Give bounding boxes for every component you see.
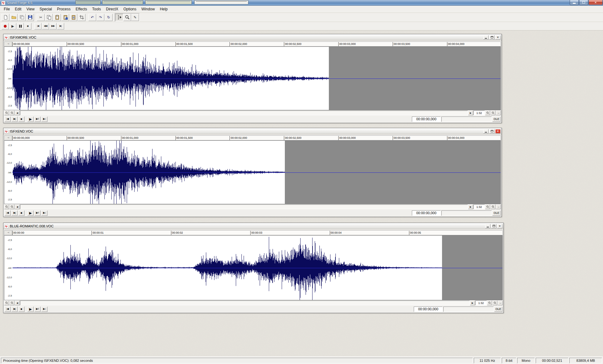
play-button[interactable]: ▶: [27, 307, 34, 312]
app-titlebar[interactable]: Sound Forge 4.5 ✕: [0, 0, 603, 6]
ole-drag-source[interactable]: OLE: [494, 307, 502, 312]
background-window-fragment[interactable]: [102, 0, 143, 4]
stop-button[interactable]: ■: [18, 117, 25, 122]
stop-button[interactable]: ■: [24, 23, 31, 30]
horizontal-scrollbar[interactable]: [20, 204, 468, 209]
scroll-left-button[interactable]: ◀: [15, 111, 20, 115]
time-ruler[interactable]: 00:00:00,00000:00:00,50000:00:01,00000:0…: [12, 41, 501, 46]
go-end-button[interactable]: ▶|: [11, 117, 18, 122]
horizontal-scrollbar[interactable]: [20, 111, 468, 115]
waveform-display[interactable]: [13, 236, 502, 300]
zoom-selection-button[interactable]: [4, 301, 9, 305]
menu-window[interactable]: Window: [139, 6, 158, 12]
zoom-out-button[interactable]: [485, 204, 490, 209]
scroll-right-button[interactable]: ▶: [470, 301, 475, 305]
magnify-tool-button[interactable]: [123, 14, 131, 21]
splitter-button[interactable]: ↔: [496, 204, 501, 209]
maximize-button[interactable]: [579, 0, 588, 5]
document-maximize-button[interactable]: [489, 35, 495, 40]
time-ruler[interactable]: 00:00:0000:00:0100:00:0200:00:0300:00:04…: [12, 230, 503, 235]
document-close-button[interactable]: ✕: [495, 35, 501, 40]
new-file-button[interactable]: [2, 14, 9, 21]
document-titlebar[interactable]: ISFXMORE.VOC✕: [3, 34, 501, 41]
menu-special[interactable]: Special: [37, 6, 54, 12]
document-titlebar[interactable]: ISFXEND.VOC✕: [3, 128, 501, 134]
redo-button[interactable]: ↷: [97, 14, 104, 21]
save-workspace-button[interactable]: [18, 14, 26, 21]
ole-drag-source[interactable]: OLE: [492, 210, 501, 216]
play-button[interactable]: ▶: [27, 117, 34, 122]
zoom-in-button[interactable]: [490, 204, 495, 209]
horizontal-scrollbar[interactable]: [20, 301, 470, 305]
play-button[interactable]: ▶: [9, 23, 16, 30]
cut-button[interactable]: ✂: [37, 14, 45, 21]
edit-tool-button[interactable]: [115, 14, 123, 21]
menu-view[interactable]: View: [24, 6, 37, 12]
open-folder-button[interactable]: [10, 14, 18, 21]
scroll-left-button[interactable]: ◀: [15, 204, 20, 209]
record-button[interactable]: [2, 23, 9, 30]
ole-drag-source[interactable]: OLE: [492, 117, 501, 122]
play-all-button[interactable]: ▶≡: [34, 307, 41, 312]
play-button[interactable]: ▶: [27, 210, 34, 216]
zoom-normal-button[interactable]: [9, 301, 14, 305]
zoom-in-button[interactable]: [490, 111, 495, 115]
rewind-button[interactable]: ◀◀: [42, 23, 49, 30]
stop-button[interactable]: ■: [18, 210, 25, 216]
play-all-button[interactable]: ▶≡: [34, 210, 41, 216]
menu-tools[interactable]: Tools: [90, 6, 103, 12]
save-file-button[interactable]: [26, 14, 34, 21]
go-end-button[interactable]: ▶|: [57, 23, 64, 30]
go-end-button[interactable]: ▶|: [11, 307, 18, 312]
zoom-normal-button[interactable]: [9, 111, 14, 115]
zoom-selection-button[interactable]: [4, 111, 9, 115]
undo-button[interactable]: ↶: [88, 14, 96, 21]
go-start-button[interactable]: |◀: [4, 307, 11, 312]
play-device-button[interactable]: ▶♪: [41, 210, 47, 216]
background-window-fragment[interactable]: [75, 0, 101, 4]
zoom-in-button[interactable]: [492, 301, 497, 305]
go-end-button[interactable]: ▶|: [11, 210, 18, 216]
pencil-tool-button[interactable]: ✎: [131, 14, 139, 21]
document-titlebar[interactable]: BLUE-ROMANTIC.008.VOC✕: [3, 223, 503, 229]
go-start-button[interactable]: |◀: [4, 210, 11, 216]
repeat-button[interactable]: ↻: [105, 14, 113, 21]
document-window[interactable]: ISFXMORE.VOC✕⊣00:00:00,00000:00:00,50000…: [3, 34, 502, 123]
menu-help[interactable]: Help: [157, 6, 170, 12]
scroll-left-button[interactable]: ◀: [15, 301, 20, 305]
menu-options[interactable]: Options: [121, 6, 139, 12]
zoom-selection-button[interactable]: [4, 204, 9, 209]
background-window-fragment[interactable]: [194, 0, 248, 4]
splitter-button[interactable]: ↔: [498, 301, 503, 305]
fast-forward-button[interactable]: ▶▶: [49, 23, 57, 30]
splitter-button[interactable]: ↔: [496, 111, 501, 115]
zoom-normal-button[interactable]: [9, 204, 14, 209]
trim-button[interactable]: [78, 14, 86, 21]
document-minimize-button[interactable]: [483, 35, 489, 40]
copy-button[interactable]: [45, 14, 53, 21]
play-all-button[interactable]: ▶≡: [34, 117, 41, 122]
document-window[interactable]: BLUE-ROMANTIC.008.VOC✕⊣00:00:0000:00:010…: [3, 223, 504, 313]
stop-button[interactable]: ■: [18, 307, 25, 312]
zoom-out-button[interactable]: [487, 301, 492, 305]
zoom-out-button[interactable]: [485, 111, 490, 115]
background-window-fragment[interactable]: [145, 0, 192, 4]
play-device-button[interactable]: ▶♪: [41, 117, 47, 122]
paste-special-button[interactable]: [61, 14, 69, 21]
document-close-button[interactable]: ✕: [495, 129, 501, 133]
menu-process[interactable]: Process: [54, 6, 73, 12]
document-minimize-button[interactable]: [485, 224, 490, 228]
scroll-right-button[interactable]: ▶: [468, 111, 473, 115]
document-minimize-button[interactable]: [483, 129, 489, 133]
close-button[interactable]: ✕: [589, 0, 603, 5]
menu-directx[interactable]: DirectX: [103, 6, 121, 12]
time-ruler[interactable]: 00:00:00,00000:00:00,50000:00:01,00000:0…: [12, 135, 501, 140]
menu-edit[interactable]: Edit: [12, 6, 24, 12]
menu-effects[interactable]: Effects: [73, 6, 90, 12]
document-maximize-button[interactable]: [489, 129, 495, 133]
play-device-button[interactable]: ▶♪: [41, 307, 47, 312]
waveform-display[interactable]: [13, 47, 501, 110]
document-close-button[interactable]: ✕: [497, 224, 502, 228]
pause-button[interactable]: [17, 23, 24, 30]
scroll-right-button[interactable]: ▶: [468, 204, 473, 209]
